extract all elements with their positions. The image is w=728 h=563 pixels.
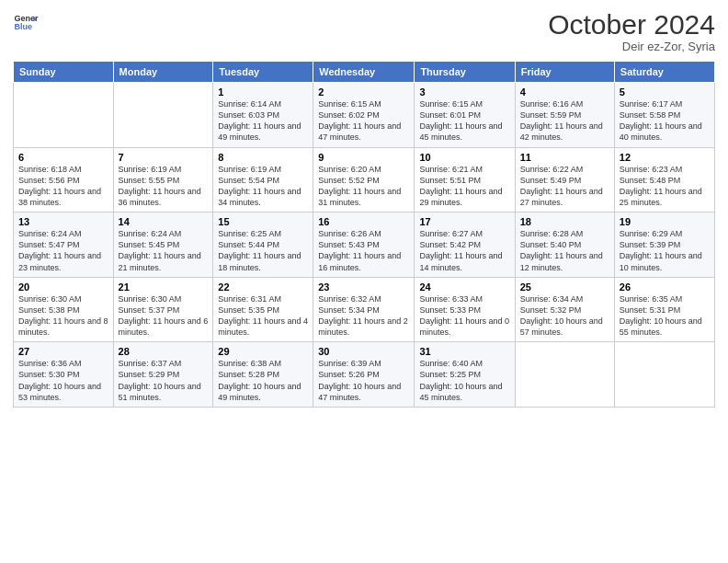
calendar-cell: 7Sunrise: 6:19 AM Sunset: 5:55 PM Daylig… — [113, 147, 213, 213]
calendar-cell — [113, 83, 213, 148]
day-detail: Sunrise: 6:30 AM Sunset: 5:37 PM Dayligh… — [119, 294, 209, 337]
day-number: 31 — [419, 346, 509, 357]
calendar-cell: 22Sunrise: 6:31 AM Sunset: 5:35 PM Dayli… — [213, 277, 313, 342]
day-detail: Sunrise: 6:35 AM Sunset: 5:31 PM Dayligh… — [620, 294, 702, 337]
day-header-wednesday: Wednesday — [313, 62, 415, 83]
day-detail: Sunrise: 6:15 AM Sunset: 6:01 PM Dayligh… — [419, 99, 502, 142]
logo-icon: General Blue — [13, 9, 39, 35]
day-number: 18 — [520, 216, 609, 227]
day-number: 4 — [520, 86, 609, 98]
day-detail: Sunrise: 6:22 AM Sunset: 5:49 PM Dayligh… — [520, 165, 603, 207]
day-detail: Sunrise: 6:16 AM Sunset: 5:59 PM Dayligh… — [520, 99, 603, 142]
day-number: 8 — [218, 152, 308, 163]
day-number: 15 — [218, 216, 308, 227]
day-detail: Sunrise: 6:36 AM Sunset: 5:30 PM Dayligh… — [18, 359, 101, 401]
day-number: 25 — [520, 282, 609, 293]
calendar-cell: 27Sunrise: 6:36 AM Sunset: 5:30 PM Dayli… — [14, 342, 114, 408]
day-detail: Sunrise: 6:30 AM Sunset: 5:38 PM Dayligh… — [18, 294, 108, 337]
day-number: 16 — [318, 216, 409, 227]
day-detail: Sunrise: 6:20 AM Sunset: 5:52 PM Dayligh… — [318, 165, 401, 207]
day-detail: Sunrise: 6:24 AM Sunset: 5:47 PM Dayligh… — [18, 229, 101, 271]
day-number: 11 — [520, 152, 609, 163]
day-detail: Sunrise: 6:19 AM Sunset: 5:54 PM Dayligh… — [218, 165, 301, 207]
day-number: 6 — [18, 152, 108, 163]
calendar-cell: 10Sunrise: 6:21 AM Sunset: 5:51 PM Dayli… — [415, 147, 515, 213]
logo: General Blue — [13, 9, 39, 35]
calendar-cell: 14Sunrise: 6:24 AM Sunset: 5:45 PM Dayli… — [113, 213, 213, 278]
week-row-5: 27Sunrise: 6:36 AM Sunset: 5:30 PM Dayli… — [14, 342, 715, 408]
calendar-cell: 19Sunrise: 6:29 AM Sunset: 5:39 PM Dayli… — [614, 213, 714, 278]
calendar-cell: 29Sunrise: 6:38 AM Sunset: 5:28 PM Dayli… — [213, 342, 313, 408]
day-number: 17 — [419, 216, 509, 227]
day-number: 9 — [318, 152, 409, 163]
calendar-cell: 24Sunrise: 6:33 AM Sunset: 5:33 PM Dayli… — [415, 277, 515, 342]
day-detail: Sunrise: 6:32 AM Sunset: 5:34 PM Dayligh… — [318, 294, 408, 337]
calendar-cell: 13Sunrise: 6:24 AM Sunset: 5:47 PM Dayli… — [14, 213, 114, 278]
day-detail: Sunrise: 6:37 AM Sunset: 5:29 PM Dayligh… — [119, 359, 201, 401]
day-detail: Sunrise: 6:19 AM Sunset: 5:55 PM Dayligh… — [119, 165, 201, 207]
day-header-monday: Monday — [113, 62, 213, 83]
day-header-friday: Friday — [515, 62, 614, 83]
calendar-cell: 3Sunrise: 6:15 AM Sunset: 6:01 PM Daylig… — [415, 83, 515, 148]
day-number: 23 — [318, 282, 409, 293]
day-number: 30 — [318, 346, 409, 357]
calendar-cell: 5Sunrise: 6:17 AM Sunset: 5:58 PM Daylig… — [614, 83, 714, 148]
day-detail: Sunrise: 6:26 AM Sunset: 5:43 PM Dayligh… — [318, 229, 401, 271]
calendar-cell: 1Sunrise: 6:14 AM Sunset: 6:03 PM Daylig… — [213, 83, 313, 148]
day-detail: Sunrise: 6:29 AM Sunset: 5:39 PM Dayligh… — [620, 229, 702, 271]
day-number: 1 — [218, 86, 308, 98]
day-detail: Sunrise: 6:38 AM Sunset: 5:28 PM Dayligh… — [218, 359, 301, 401]
day-number: 27 — [18, 346, 108, 357]
calendar-cell: 21Sunrise: 6:30 AM Sunset: 5:37 PM Dayli… — [113, 277, 213, 342]
day-detail: Sunrise: 6:24 AM Sunset: 5:45 PM Dayligh… — [119, 229, 201, 271]
calendar-cell: 12Sunrise: 6:23 AM Sunset: 5:48 PM Dayli… — [614, 147, 714, 213]
month-title: October 2024 — [548, 9, 715, 40]
day-header-tuesday: Tuesday — [213, 62, 313, 83]
calendar-cell: 26Sunrise: 6:35 AM Sunset: 5:31 PM Dayli… — [614, 277, 714, 342]
calendar-table: SundayMondayTuesdayWednesdayThursdayFrid… — [13, 61, 715, 408]
day-detail: Sunrise: 6:25 AM Sunset: 5:44 PM Dayligh… — [218, 229, 301, 271]
calendar-cell: 2Sunrise: 6:15 AM Sunset: 6:02 PM Daylig… — [313, 83, 415, 148]
calendar-cell: 11Sunrise: 6:22 AM Sunset: 5:49 PM Dayli… — [515, 147, 614, 213]
day-number: 21 — [119, 282, 209, 293]
day-header-saturday: Saturday — [614, 62, 714, 83]
day-detail: Sunrise: 6:23 AM Sunset: 5:48 PM Dayligh… — [620, 165, 702, 207]
day-header-sunday: Sunday — [14, 62, 114, 83]
calendar-cell — [515, 342, 614, 408]
header: General Blue October 2024 Deir ez-Zor, S… — [13, 9, 715, 53]
calendar-cell: 30Sunrise: 6:39 AM Sunset: 5:26 PM Dayli… — [313, 342, 415, 408]
day-number: 7 — [119, 152, 209, 163]
calendar-cell: 6Sunrise: 6:18 AM Sunset: 5:56 PM Daylig… — [14, 147, 114, 213]
calendar-cell: 31Sunrise: 6:40 AM Sunset: 5:25 PM Dayli… — [415, 342, 515, 408]
day-number: 3 — [419, 86, 509, 98]
calendar-cell: 4Sunrise: 6:16 AM Sunset: 5:59 PM Daylig… — [515, 83, 614, 148]
day-detail: Sunrise: 6:33 AM Sunset: 5:33 PM Dayligh… — [419, 294, 509, 337]
day-number: 29 — [218, 346, 308, 357]
calendar-cell: 17Sunrise: 6:27 AM Sunset: 5:42 PM Dayli… — [415, 213, 515, 278]
day-detail: Sunrise: 6:40 AM Sunset: 5:25 PM Dayligh… — [419, 359, 502, 401]
day-number: 24 — [419, 282, 509, 293]
location: Deir ez-Zor, Syria — [548, 40, 715, 53]
day-number: 10 — [419, 152, 509, 163]
calendar-cell: 20Sunrise: 6:30 AM Sunset: 5:38 PM Dayli… — [14, 277, 114, 342]
calendar-cell: 16Sunrise: 6:26 AM Sunset: 5:43 PM Dayli… — [313, 213, 415, 278]
day-number: 28 — [119, 346, 209, 357]
day-number: 26 — [620, 282, 710, 293]
day-number: 14 — [119, 216, 209, 227]
calendar-cell: 25Sunrise: 6:34 AM Sunset: 5:32 PM Dayli… — [515, 277, 614, 342]
day-detail: Sunrise: 6:28 AM Sunset: 5:40 PM Dayligh… — [520, 229, 603, 271]
week-row-4: 20Sunrise: 6:30 AM Sunset: 5:38 PM Dayli… — [14, 277, 715, 342]
calendar-cell: 23Sunrise: 6:32 AM Sunset: 5:34 PM Dayli… — [313, 277, 415, 342]
day-number: 5 — [620, 86, 710, 98]
day-detail: Sunrise: 6:18 AM Sunset: 5:56 PM Dayligh… — [18, 165, 101, 207]
svg-text:Blue: Blue — [14, 22, 32, 31]
week-row-1: 1Sunrise: 6:14 AM Sunset: 6:03 PM Daylig… — [14, 83, 715, 148]
day-detail: Sunrise: 6:15 AM Sunset: 6:02 PM Dayligh… — [318, 99, 401, 142]
calendar-cell: 8Sunrise: 6:19 AM Sunset: 5:54 PM Daylig… — [213, 147, 313, 213]
day-detail: Sunrise: 6:21 AM Sunset: 5:51 PM Dayligh… — [419, 165, 502, 207]
day-detail: Sunrise: 6:14 AM Sunset: 6:03 PM Dayligh… — [218, 99, 301, 142]
calendar-header-row: SundayMondayTuesdayWednesdayThursdayFrid… — [14, 62, 715, 83]
day-number: 22 — [218, 282, 308, 293]
day-detail: Sunrise: 6:34 AM Sunset: 5:32 PM Dayligh… — [520, 294, 603, 337]
day-detail: Sunrise: 6:27 AM Sunset: 5:42 PM Dayligh… — [419, 229, 502, 271]
